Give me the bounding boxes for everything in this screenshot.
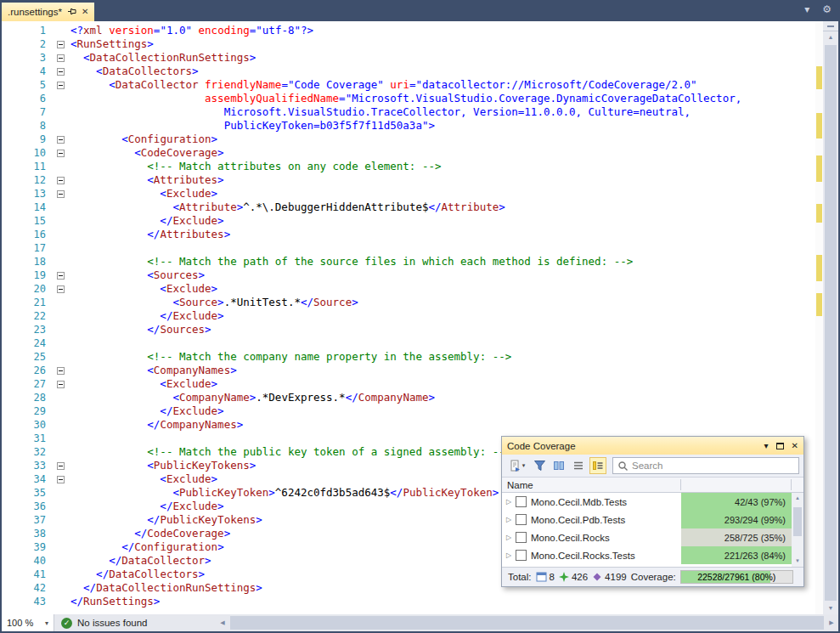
code-text[interactable]: </Attributes>	[70, 228, 815, 241]
coverage-row[interactable]: ▷Mono.Cecil.Rocks258/725 (35%)	[502, 528, 803, 546]
code-line[interactable]: 10 <CodeCoverage>	[2, 146, 815, 160]
code-text[interactable]: <DataCollectors>	[70, 65, 815, 78]
code-line[interactable]: 3 <DataCollectionRunSettings>	[2, 51, 815, 65]
issues-indicator[interactable]: ✓ No issues found	[54, 614, 216, 631]
code-text[interactable]: </Sources>	[70, 323, 815, 336]
code-text[interactable]: <CompanyName>.*DevExpress.*</CompanyName…	[70, 391, 815, 404]
code-text[interactable]: </CompanyNames>	[70, 418, 815, 432]
fold-toggle[interactable]	[57, 381, 65, 388]
fold-toggle[interactable]	[57, 68, 65, 76]
code-line[interactable]: 11 <!-- Match attributes on any code ele…	[2, 160, 815, 173]
fold-toggle[interactable]	[57, 177, 65, 184]
code-text[interactable]: PublicKeyToken=b03f5f7f11d50a3a">	[70, 119, 815, 133]
search-input[interactable]	[632, 461, 794, 471]
code-line[interactable]: 6 assemblyQualifiedName="Microsoft.Visua…	[2, 92, 815, 105]
coverage-row[interactable]: ▷Mono.Cecil.Mdb.Tests42/43 (97%)	[502, 493, 803, 511]
pin-icon[interactable]	[67, 7, 76, 18]
code-text[interactable]: assemblyQualifiedName="Microsoft.VisualS…	[70, 92, 815, 105]
fold-toggle[interactable]	[57, 272, 65, 280]
code-line[interactable]: 19 <Sources>	[2, 268, 815, 282]
horizontal-scrollbar[interactable]: ◀ ▶	[216, 614, 838, 631]
code-text[interactable]: Microsoft.VisualStudio.TraceCollector, V…	[70, 105, 815, 119]
code-line[interactable]: 1<?xml version="1.0" encoding="utf-8"?>	[2, 24, 815, 37]
code-line[interactable]: 7 Microsoft.VisualStudio.TraceCollector,…	[2, 105, 815, 119]
code-line[interactable]: 22 </Exclude>	[2, 309, 815, 323]
code-text[interactable]: <Source>.*UnitTest.*</Source>	[70, 296, 815, 309]
splitter-handle[interactable]	[823, 21, 838, 31]
code-text[interactable]: </Exclude>	[70, 309, 815, 323]
fold-toggle[interactable]	[57, 54, 65, 62]
code-line[interactable]: 16 </Attributes>	[2, 228, 815, 241]
code-text[interactable]: <Exclude>	[70, 377, 815, 391]
percentage-columns-toggle[interactable]	[589, 457, 606, 474]
code-line[interactable]: 28 <CompanyName>.*DevExpress.*</CompanyN…	[2, 391, 815, 404]
code-line[interactable]: 14 <Attribute>^.*\.DebuggerHiddenAttribu…	[2, 201, 815, 214]
code-text[interactable]	[70, 241, 815, 255]
code-text[interactable]: <!-- Match attributes on any code elemen…	[70, 160, 815, 173]
scroll-up-arrow[interactable]: ▲	[792, 493, 803, 504]
chevron-down-icon[interactable]: ▾	[804, 3, 809, 15]
code-line[interactable]: 12 <Attributes>	[2, 173, 815, 187]
code-text[interactable]: <Exclude>	[70, 187, 815, 201]
code-line[interactable]: 5 <DataCollector friendlyName="Code Cove…	[2, 78, 815, 92]
horizontal-scrollbar-track[interactable]	[229, 614, 825, 631]
fold-toggle[interactable]	[57, 41, 65, 48]
fold-toggle[interactable]	[57, 367, 65, 375]
vertical-scrollbar[interactable]: ▲ ▼	[823, 21, 838, 614]
vertical-scrollbar-thumb[interactable]	[825, 45, 837, 601]
code-line[interactable]: 13 <Exclude>	[2, 187, 815, 201]
coverage-scrollbar-track[interactable]	[792, 504, 803, 556]
code-line[interactable]: 15 </Exclude>	[2, 214, 815, 228]
code-text[interactable]: </Exclude>	[70, 214, 815, 228]
scroll-right-arrow[interactable]: ▶	[825, 619, 838, 626]
code-text[interactable]: </Exclude>	[70, 404, 815, 418]
code-line[interactable]: 9 <Configuration>	[2, 133, 815, 146]
code-line[interactable]: 27 <Exclude>	[2, 377, 815, 391]
expand-icon[interactable]: ▷	[502, 516, 516, 523]
code-line[interactable]: 30 </CompanyNames>	[2, 418, 815, 432]
fold-toggle[interactable]	[57, 190, 65, 198]
list-view-button[interactable]	[570, 457, 587, 474]
code-line[interactable]: 2<RunSettings>	[2, 37, 815, 51]
scroll-up-arrow[interactable]: ▲	[823, 31, 838, 43]
code-text[interactable]: <CompanyNames>	[70, 364, 815, 377]
expand-icon[interactable]: ▷	[502, 551, 516, 559]
close-icon[interactable]: ✕	[82, 8, 88, 16]
code-text[interactable]: <CodeCoverage>	[70, 146, 815, 160]
fold-toggle[interactable]	[57, 150, 65, 157]
scroll-left-arrow[interactable]: ◀	[216, 619, 229, 626]
fold-toggle[interactable]	[57, 476, 65, 483]
code-line[interactable]: 25 <!-- Match the company name property …	[2, 350, 815, 364]
code-line[interactable]: 21 <Source>.*UnitTest.*</Source>	[2, 296, 815, 309]
search-box[interactable]	[612, 457, 799, 474]
document-tab-runsettings[interactable]: .runsettings* ✕	[2, 3, 94, 21]
code-line[interactable]: 8 PublicKeyToken=b03f5f7f11d50a3a">	[2, 119, 815, 133]
code-text[interactable]: <!-- Match the company name property in …	[70, 350, 815, 364]
coverage-column-header[interactable]: Name	[502, 477, 803, 493]
expand-icon[interactable]: ▷	[502, 534, 516, 541]
code-text[interactable]: <Attribute>^.*\.DebuggerHiddenAttribute$…	[70, 201, 815, 214]
code-line[interactable]: 20 <Exclude>	[2, 282, 815, 296]
row-checkbox[interactable]	[516, 532, 527, 543]
expand-icon[interactable]: ▷	[502, 498, 516, 506]
gear-icon[interactable]: ⚙	[822, 3, 832, 15]
code-line[interactable]: 4 <DataCollectors>	[2, 65, 815, 78]
code-text[interactable]: <?xml version="1.0" encoding="utf-8"?>	[70, 24, 815, 37]
code-line[interactable]: 17	[2, 241, 815, 255]
scroll-down-arrow[interactable]: ▼	[792, 556, 803, 567]
code-text[interactable]: <Configuration>	[70, 133, 815, 146]
fold-toggle[interactable]	[57, 462, 65, 470]
horizontal-scrollbar-thumb[interactable]	[230, 616, 824, 630]
code-text[interactable]: <DataCollector friendlyName="Code Covera…	[70, 78, 815, 92]
maximize-icon[interactable]	[776, 443, 784, 449]
zoom-control[interactable]: 100 % ▾	[2, 614, 54, 631]
row-checkbox[interactable]	[516, 514, 527, 525]
coverage-scrollbar-thumb[interactable]	[793, 507, 802, 536]
code-text[interactable]: <Sources>	[70, 268, 815, 282]
close-panel-icon[interactable]: ✕	[792, 441, 798, 450]
code-text[interactable]: <RunSettings>	[70, 37, 815, 51]
code-text[interactable]: <Attributes>	[70, 173, 815, 187]
fold-toggle[interactable]	[57, 82, 65, 89]
coverage-list-scrollbar[interactable]: ▲ ▼	[792, 493, 803, 567]
code-line[interactable]: 29 </Exclude>	[2, 404, 815, 418]
